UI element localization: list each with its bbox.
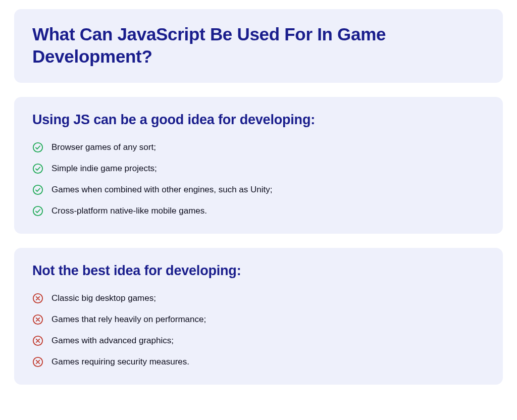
- list-item: Cross-platform native-like mobile games.: [32, 205, 485, 217]
- svg-point-3: [33, 206, 42, 216]
- title-card: What Can JavaScript Be Used For In Game …: [14, 9, 503, 83]
- list-item-text: Games when combined with other engines, …: [51, 184, 273, 195]
- check-circle-icon: [32, 205, 43, 217]
- good-idea-list: Browser games of any sort; Simple indie …: [32, 142, 485, 217]
- svg-point-2: [33, 185, 42, 194]
- bad-idea-heading: Not the best idea for developing:: [32, 263, 485, 279]
- list-item: Games requiring security measures.: [32, 356, 485, 368]
- bad-idea-card: Not the best idea for developing: Classi…: [14, 248, 503, 385]
- bad-idea-list: Classic big desktop games; Games that re…: [32, 293, 485, 368]
- svg-point-0: [33, 142, 42, 151]
- list-item-text: Classic big desktop games;: [51, 293, 156, 304]
- page-title: What Can JavaScript Be Used For In Game …: [32, 23, 485, 68]
- list-item-text: Games that rely heavily on performance;: [51, 314, 206, 325]
- list-item: Classic big desktop games;: [32, 293, 485, 304]
- check-circle-icon: [32, 163, 43, 174]
- good-idea-heading: Using JS can be a good idea for developi…: [32, 112, 485, 128]
- list-item: Games when combined with other engines, …: [32, 184, 485, 195]
- good-idea-card: Using JS can be a good idea for developi…: [14, 97, 503, 234]
- list-item: Simple indie game projects;: [32, 163, 485, 174]
- list-item: Games with advanced graphics;: [32, 335, 485, 346]
- cross-circle-icon: [32, 293, 43, 304]
- check-circle-icon: [32, 142, 43, 153]
- list-item: Games that rely heavily on performance;: [32, 314, 485, 325]
- svg-point-1: [33, 164, 42, 173]
- list-item-text: Browser games of any sort;: [51, 142, 156, 153]
- list-item-text: Cross-platform native-like mobile games.: [51, 205, 207, 217]
- list-item: Browser games of any sort;: [32, 142, 485, 153]
- list-item-text: Games requiring security measures.: [51, 356, 189, 368]
- cross-circle-icon: [32, 314, 43, 325]
- list-item-text: Games with advanced graphics;: [51, 335, 174, 346]
- check-circle-icon: [32, 184, 43, 195]
- list-item-text: Simple indie game projects;: [51, 163, 157, 174]
- cross-circle-icon: [32, 335, 43, 346]
- cross-circle-icon: [32, 356, 43, 368]
